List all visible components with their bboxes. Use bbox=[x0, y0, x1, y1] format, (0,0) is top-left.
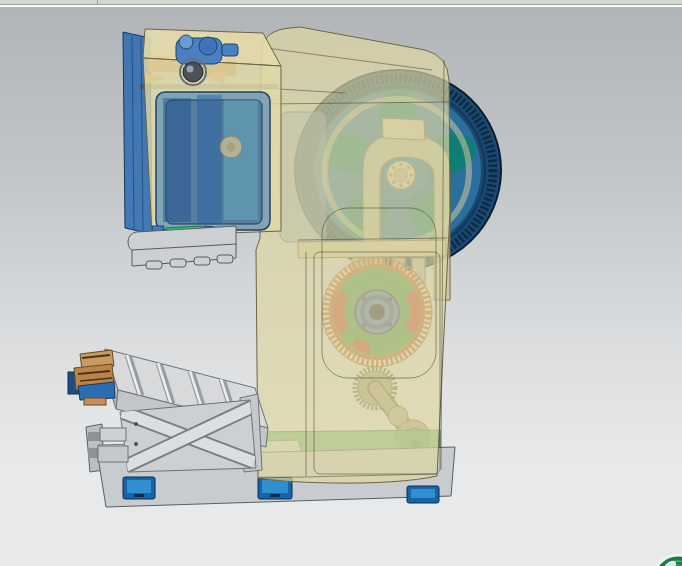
vise-tab bbox=[84, 398, 106, 405]
bolt-hole bbox=[134, 442, 138, 446]
slide-ledge bbox=[98, 446, 128, 462]
slide-ledge bbox=[100, 428, 126, 441]
head-window bbox=[156, 92, 270, 230]
knob-highlight bbox=[187, 66, 194, 73]
table-vise[interactable] bbox=[68, 350, 115, 405]
knob bbox=[183, 62, 203, 82]
clapper-box[interactable] bbox=[128, 226, 236, 269]
clamp-lobe bbox=[179, 35, 193, 49]
column-housing[interactable] bbox=[256, 27, 450, 483]
ram-head[interactable] bbox=[123, 29, 281, 236]
3d-viewport[interactable] bbox=[0, 0, 682, 566]
base-step-notch bbox=[88, 432, 100, 441]
column-shell bbox=[256, 27, 450, 483]
clamp-lobe bbox=[199, 37, 217, 55]
clamp-tab bbox=[222, 44, 238, 56]
cad-app-window bbox=[0, 0, 682, 566]
bolt-hole bbox=[134, 422, 138, 426]
adjust-knob[interactable] bbox=[180, 59, 206, 85]
app-logo-sphere bbox=[653, 555, 682, 566]
